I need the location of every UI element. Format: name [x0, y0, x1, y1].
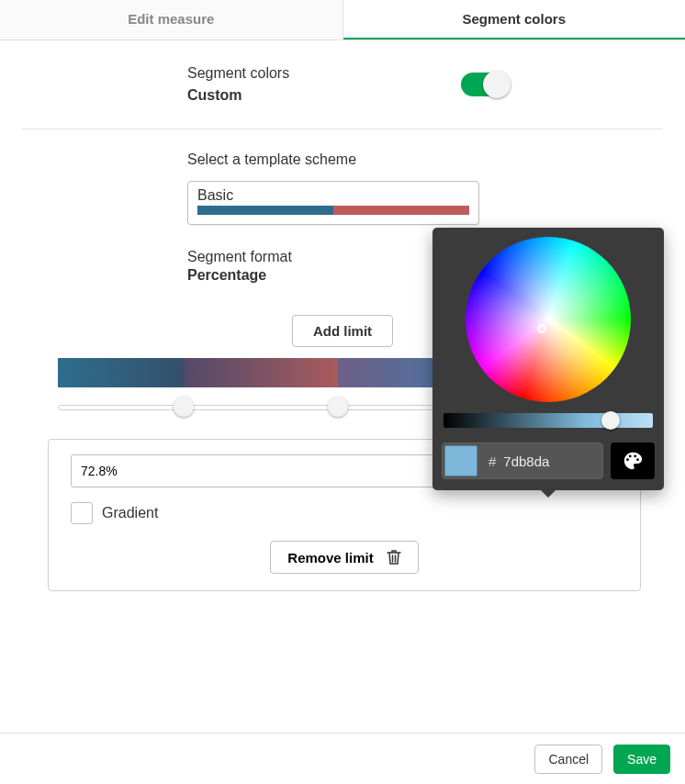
limit-handle-1[interactable] [174, 397, 194, 417]
gradient-checkbox-label: Gradient [102, 505, 158, 521]
current-color-swatch [444, 445, 477, 476]
add-limit-button[interactable]: Add limit [292, 315, 393, 347]
tab-label: Segment colors [462, 11, 566, 27]
template-scheme-block: Select a template scheme Basic [22, 129, 663, 225]
template-scheme-name: Basic [197, 187, 469, 204]
segment-colors-title-block: Segment colors Custom [187, 62, 289, 106]
segment-colors-dialog: Edit measure Segment colors Segment colo… [0, 0, 685, 784]
hex-input[interactable]: # 7db8da [442, 442, 603, 479]
tab-edit-measure[interactable]: Edit measure [0, 0, 343, 39]
limit-handle-2[interactable] [328, 397, 348, 417]
lightness-knob[interactable] [601, 411, 620, 430]
trash-icon [387, 549, 401, 566]
dialog-content: Segment colors Custom Select a template … [0, 40, 685, 784]
cancel-button[interactable]: Cancel [534, 745, 602, 774]
button-label: Save [627, 752, 657, 767]
tab-segment-colors[interactable]: Segment colors [343, 0, 686, 39]
color-wheel[interactable] [466, 237, 631, 402]
hex-value-text: 7db8da [503, 454, 549, 469]
dialog-tabs: Edit measure Segment colors [0, 0, 685, 40]
template-scheme-preview [197, 206, 469, 215]
lightness-slider[interactable] [444, 413, 653, 428]
popover-tail [541, 490, 556, 498]
palette-icon [623, 451, 643, 471]
color-picker-popover: # 7db8da [432, 228, 664, 490]
button-label: Cancel [548, 752, 589, 767]
segment-colors-header: Segment colors Custom [22, 40, 663, 129]
palette-button[interactable] [611, 442, 655, 479]
toggle-knob [483, 71, 511, 98]
remove-limit-button[interactable]: Remove limit [270, 541, 418, 574]
segment-1 [58, 358, 184, 387]
segment-colors-mode: Custom [187, 84, 289, 106]
gradient-checkbox-row: Gradient [71, 502, 618, 524]
button-label: Add limit [313, 323, 372, 339]
save-button[interactable]: Save [613, 745, 670, 774]
dialog-footer: Cancel Save [0, 733, 685, 784]
segment-colors-title: Segment colors [187, 62, 289, 84]
tab-label: Edit measure [128, 11, 214, 27]
segment-colors-toggle[interactable] [461, 73, 507, 96]
button-label: Remove limit [287, 550, 373, 566]
remove-limit-row: Remove limit [71, 541, 618, 574]
color-wheel-wrap [432, 228, 664, 402]
template-scheme-select[interactable]: Basic [187, 181, 479, 225]
gradient-checkbox[interactable] [71, 502, 93, 524]
hex-input-row: # 7db8da [442, 442, 655, 479]
color-wheel-cursor[interactable] [537, 324, 546, 333]
segment-2 [184, 358, 337, 387]
hex-hash: # [488, 454, 496, 469]
template-scheme-label: Select a template scheme [187, 151, 663, 168]
